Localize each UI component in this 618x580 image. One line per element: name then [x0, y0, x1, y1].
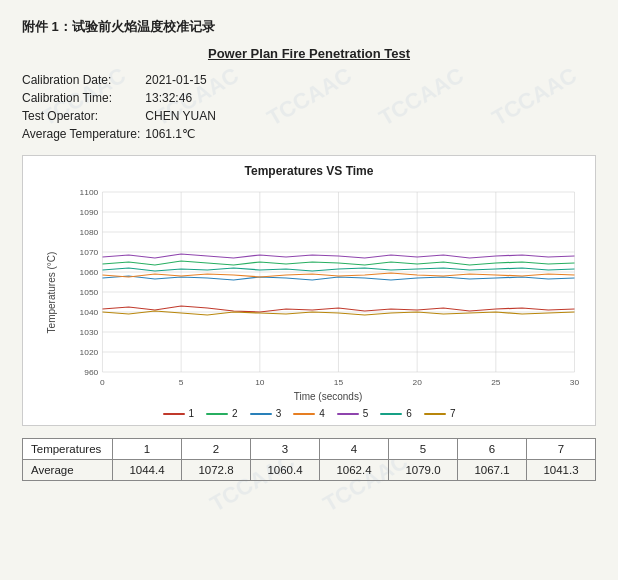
- svg-text:1070: 1070: [80, 248, 99, 257]
- legend-label-1: 1: [189, 408, 195, 419]
- calibration-time-value: 13:32:46: [145, 91, 192, 105]
- svg-text:30: 30: [570, 378, 580, 387]
- calibration-date-label: Calibration Date:: [22, 73, 142, 87]
- svg-text:15: 15: [334, 378, 344, 387]
- svg-text:1050: 1050: [80, 288, 99, 297]
- calibration-time-row: Calibration Time: 13:32:46: [22, 91, 596, 105]
- x-axis-label: Time (seconds): [71, 391, 585, 402]
- table-cell-avg-6: 1067.1: [458, 460, 527, 481]
- calibration-date-row: Calibration Date: 2021-01-15: [22, 73, 596, 87]
- average-temp-value: 1061.1℃: [145, 127, 195, 141]
- table-col-6: 6: [458, 439, 527, 460]
- legend-line-6: [380, 413, 402, 415]
- table-cell-average-label: Average: [23, 460, 113, 481]
- table-col-7: 7: [527, 439, 596, 460]
- svg-text:960: 960: [84, 368, 98, 377]
- test-operator-value: CHEN YUAN: [145, 109, 215, 123]
- test-operator-row: Test Operator: CHEN YUAN: [22, 109, 596, 123]
- chart-legend: 1 2 3 4 5 6 7: [33, 408, 585, 419]
- svg-text:5: 5: [179, 378, 184, 387]
- table-cell-avg-1: 1044.4: [113, 460, 182, 481]
- chart-title: Temperatures VS Time: [33, 164, 585, 178]
- header-title: 附件 1：试验前火焰温度校准记录: [22, 18, 596, 36]
- test-operator-label: Test Operator:: [22, 109, 142, 123]
- table-cell-avg-3: 1060.4: [251, 460, 320, 481]
- legend-line-3: [250, 413, 272, 415]
- legend-label-4: 4: [319, 408, 325, 419]
- legend-line-5: [337, 413, 359, 415]
- legend-line-1: [163, 413, 185, 415]
- table-row-average: Average 1044.4 1072.8 1060.4 1062.4 1079…: [23, 460, 596, 481]
- svg-text:1040: 1040: [80, 308, 99, 317]
- legend-item-2: 2: [206, 408, 238, 419]
- legend-line-7: [424, 413, 446, 415]
- svg-text:1100: 1100: [80, 188, 99, 197]
- legend-label-2: 2: [232, 408, 238, 419]
- table-cell-avg-5: 1079.0: [389, 460, 458, 481]
- doc-title: Power Plan Fire Penetration Test: [22, 46, 596, 61]
- svg-text:1060: 1060: [80, 268, 99, 277]
- table-cell-avg-7: 1041.3: [527, 460, 596, 481]
- data-table: Temperatures 1 2 3 4 5 6 7 Average 1044.…: [22, 438, 596, 481]
- table-cell-avg-2: 1072.8: [182, 460, 251, 481]
- table-col-1: 1: [113, 439, 182, 460]
- legend-label-6: 6: [406, 408, 412, 419]
- legend-item-4: 4: [293, 408, 325, 419]
- table-header-row: Temperatures 1 2 3 4 5 6 7: [23, 439, 596, 460]
- chart-svg: 1100 1090 1080 1070 1060 1050 1040 1030 …: [71, 182, 585, 392]
- svg-text:1080: 1080: [80, 228, 99, 237]
- svg-text:10: 10: [255, 378, 265, 387]
- legend-line-4: [293, 413, 315, 415]
- average-temp-row: Average Temperature: 1061.1℃: [22, 127, 596, 141]
- table-cell-avg-4: 1062.4: [320, 460, 389, 481]
- svg-text:25: 25: [491, 378, 501, 387]
- table-col-2: 2: [182, 439, 251, 460]
- legend-item-7: 7: [424, 408, 456, 419]
- table-col-3: 3: [251, 439, 320, 460]
- legend-item-6: 6: [380, 408, 412, 419]
- table-col-4: 4: [320, 439, 389, 460]
- calibration-date-value: 2021-01-15: [145, 73, 206, 87]
- page-content: 附件 1：试验前火焰温度校准记录 Power Plan Fire Penetra…: [22, 18, 596, 481]
- svg-text:20: 20: [413, 378, 423, 387]
- legend-line-2: [206, 413, 228, 415]
- svg-text:1090: 1090: [80, 208, 99, 217]
- legend-item-5: 5: [337, 408, 369, 419]
- svg-text:1020: 1020: [80, 348, 99, 357]
- legend-item-1: 1: [163, 408, 195, 419]
- legend-label-5: 5: [363, 408, 369, 419]
- legend-label-7: 7: [450, 408, 456, 419]
- y-axis-label: Temperatures (°C): [47, 251, 58, 333]
- calibration-time-label: Calibration Time:: [22, 91, 142, 105]
- svg-text:0: 0: [100, 378, 105, 387]
- table-col-header-temperatures: Temperatures: [23, 439, 113, 460]
- svg-text:1030: 1030: [80, 328, 99, 337]
- table-col-5: 5: [389, 439, 458, 460]
- chart-section: Temperatures VS Time Temperatures (°C): [22, 155, 596, 426]
- legend-label-3: 3: [276, 408, 282, 419]
- average-temp-label: Average Temperature:: [22, 127, 142, 141]
- legend-item-3: 3: [250, 408, 282, 419]
